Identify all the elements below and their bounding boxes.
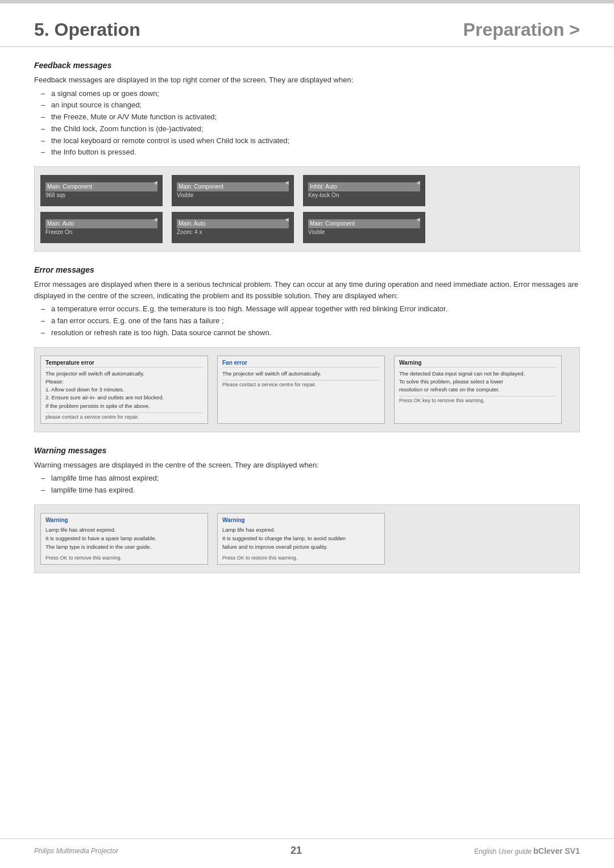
osd-screen-1: ◄ Main: Component 968 sqs — [40, 175, 163, 206]
warning-bullet-1: lamplife time has almost expired; — [34, 473, 580, 485]
error-screen-3-footer: Press OK key to remove this warning. — [399, 396, 557, 403]
feedback-intro: Feedback messages are displayed in the t… — [34, 74, 580, 86]
warning-screen-2: Warning Lamp life has expired. It is sug… — [217, 513, 385, 565]
error-s1-b1: The projector will switch off automatica… — [45, 370, 203, 378]
footer-right: English User guide bClever SV1 — [474, 846, 580, 856]
osd-line-1-1: Main: Component — [45, 182, 157, 191]
error-screen-3-title: Warning — [399, 360, 557, 368]
footer-language: English — [474, 848, 496, 856]
error-screen-1-body: The projector will switch off automatica… — [45, 370, 203, 410]
section-title-left: 5. Operation — [34, 19, 140, 40]
error-s3-b1: The detected Data input signal can not b… — [399, 370, 557, 378]
osd-line-6-2: Visible — [308, 228, 420, 236]
osd-screen-3: ◄ Inhbt: Auto Key-lock On — [303, 175, 425, 206]
error-screen-2-title: Fan error — [222, 360, 380, 368]
error-s3-b2: To solve this problem, please select a l… — [399, 378, 557, 386]
footer-product: bClever SV1 — [533, 846, 580, 856]
error-bullets: a temperature error occurs. E.g. the tem… — [34, 303, 580, 339]
feedback-bullet-3: the Freeze, Mute or A/V Mute function is… — [34, 111, 580, 123]
osd-arrow-6: ◄ — [415, 216, 421, 223]
osd-screen-4: ◄ Main: Auto Freeze On — [40, 212, 163, 243]
osd-line-3-2: Key-lock On — [308, 191, 420, 199]
feedback-bullet-6: the Info button is pressed. — [34, 147, 580, 158]
error-screen-2: Fan error The projector will switch off … — [217, 356, 385, 424]
error-s1-b4: 2. Ensure sure air-in- and outlets are n… — [45, 394, 203, 402]
feedback-screenshots: ◄ Main: Component 968 sqs ◄ Main: Compon… — [34, 166, 580, 252]
osd-row-2: ◄ Main: Auto Freeze On ◄ Main: Auto Zoom… — [40, 212, 574, 243]
error-bullet-3: resolution or refresh rate is too high. … — [34, 327, 580, 339]
footer-page-number: 21 — [291, 845, 302, 857]
error-s1-b2: Please: — [45, 378, 203, 386]
osd-line-5-2: Zoom: 4 x — [177, 228, 289, 236]
warning-screen-1-title: Warning — [45, 517, 203, 523]
feedback-bullet-4: the Child lock, Zoom function is (de-)ac… — [34, 123, 580, 135]
warn-s2-b3: failure and to improve overall picture q… — [222, 542, 380, 551]
warning-bullet-2: lamplife time has expired. — [34, 485, 580, 496]
footer-guide-label: User guide — [499, 848, 532, 856]
osd-line-5-1: Main: Auto — [177, 219, 289, 228]
osd-arrow-4: ◄ — [152, 216, 159, 223]
error-screenshots: Temperature error The projector will swi… — [34, 347, 580, 432]
osd-line-6-1: Main: Component — [308, 219, 420, 228]
warning-screen-2-body: Lamp life has expired. It is suggested t… — [222, 525, 380, 552]
error-s1-b3: 1. Allow cool down for 3 minutes. — [45, 386, 203, 394]
error-s2-b1: The projector will switch off automatica… — [222, 370, 380, 378]
page-footer: Philips Multimedia Projector 21 English … — [0, 838, 614, 857]
section-title-right: Preparation > — [463, 19, 580, 40]
warning-intro: Warning messages are displayed in the ce… — [34, 460, 580, 471]
osd-line-2-1: Main: Component — [177, 182, 289, 191]
feedback-title: Feedback messages — [34, 61, 580, 70]
warning-screen-2-footer: Press OK to restore this warning. — [222, 555, 380, 561]
error-screen-3: Warning The detected Data input signal c… — [394, 356, 562, 424]
error-screen-2-body: The projector will switch off automatica… — [222, 370, 380, 378]
osd-line-1-2: 968 sqs — [45, 191, 157, 199]
osd-arrow-2: ◄ — [284, 179, 290, 186]
warning-bullets: lamplife time has almost expired; lampli… — [34, 473, 580, 496]
error-bullet-1: a temperature error occurs. E.g. the tem… — [34, 303, 580, 315]
warning-screen-2-title: Warning — [222, 517, 380, 523]
footer-brand: Philips Multimedia Projector — [34, 847, 118, 855]
feedback-bullet-2: an input source is changed; — [34, 99, 580, 111]
error-screen-3-body: The detected Data input signal can not b… — [399, 370, 557, 394]
osd-row-1: ◄ Main: Component 968 sqs ◄ Main: Compon… — [40, 175, 574, 206]
section-arrow: > — [569, 19, 580, 40]
warn-s1-b2: It is suggested to have a spare lamp ava… — [45, 534, 203, 542]
osd-screen-2: ◄ Main: Component Visible — [172, 175, 294, 206]
warning-screen-1-body: Lamp life has almost expired. It is sugg… — [45, 525, 203, 552]
osd-arrow-1: ◄ — [152, 179, 159, 186]
warning-screen-1-footer: Press OK to remove this warning. — [45, 555, 203, 561]
warn-s1-b3: The lamp type is indicated in the user g… — [45, 542, 203, 551]
error-screen-1-title: Temperature error — [45, 360, 203, 368]
feedback-bullet-1: a signal comes up or goes down; — [34, 88, 580, 100]
warning-section: Warning messages Warning messages are di… — [34, 446, 580, 573]
osd-line-4-2: Freeze On — [45, 228, 157, 236]
error-screen-1-footer: please contact a service centre for repa… — [45, 412, 203, 420]
error-screen-2-footer: Please contact a service centre for repa… — [222, 380, 380, 387]
osd-screen-5: ◄ Main: Auto Zoom: 4 x — [172, 212, 294, 243]
error-s3-b3: resolution or refresh rate on the comput… — [399, 386, 557, 394]
warn-s2-b1: Lamp life has expired. — [222, 525, 380, 534]
main-content: Feedback messages Feedback messages are … — [0, 61, 614, 573]
osd-screen-6: ◄ Main: Component Visible — [303, 212, 425, 243]
error-title: Error messages — [34, 265, 580, 274]
page-container: 5. Operation Preparation > Feedback mess… — [0, 0, 614, 868]
warning-screen-1: Warning Lamp life has almost expired. It… — [40, 513, 208, 565]
error-intro: Error messages are displayed when there … — [34, 279, 580, 301]
warn-s1-b1: Lamp life has almost expired. — [45, 525, 203, 534]
osd-arrow-3: ◄ — [415, 179, 421, 186]
feedback-bullet-5: the local keyboard or remote control is … — [34, 135, 580, 147]
osd-line-3-1: Inhbt: Auto — [308, 182, 420, 191]
warning-screenshots: Warning Lamp life has almost expired. It… — [34, 504, 580, 573]
feedback-section: Feedback messages Feedback messages are … — [34, 61, 580, 252]
error-s1-b5: If the problem persists in spite of the … — [45, 402, 203, 410]
page-header: 5. Operation Preparation > — [0, 3, 614, 47]
osd-arrow-5: ◄ — [284, 216, 290, 223]
osd-line-4-1: Main: Auto — [45, 219, 157, 228]
error-section: Error messages Error messages are displa… — [34, 265, 580, 432]
warning-title: Warning messages — [34, 446, 580, 455]
error-bullet-2: a fan error occurs. E.g. one of the fans… — [34, 315, 580, 327]
osd-line-2-2: Visible — [177, 191, 289, 199]
warn-s2-b2: It is suggested to change the lamp, to a… — [222, 534, 380, 542]
error-screen-1: Temperature error The projector will swi… — [40, 356, 208, 424]
feedback-bullets: a signal comes up or goes down; an input… — [34, 88, 580, 159]
